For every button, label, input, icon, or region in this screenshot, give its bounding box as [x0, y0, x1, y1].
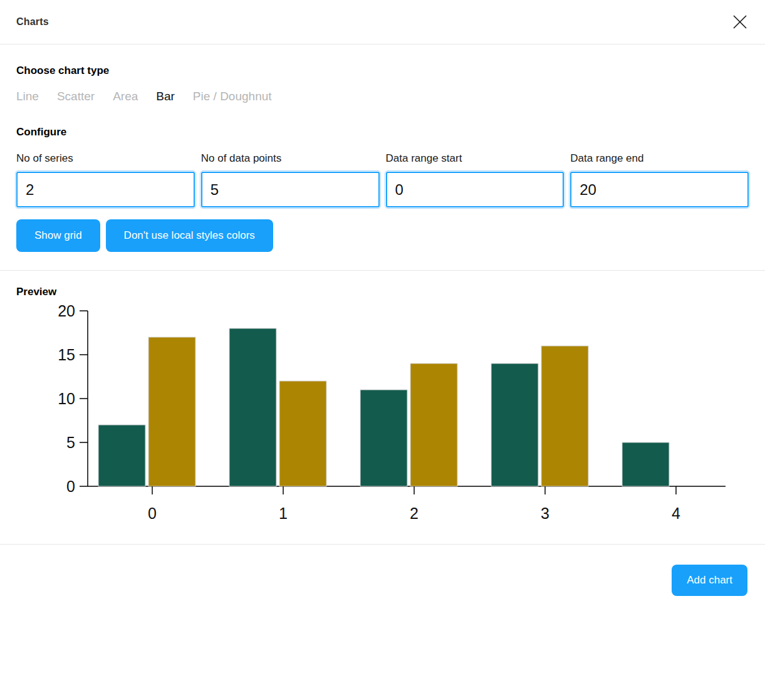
show-grid-button[interactable]: Show grid: [16, 219, 100, 252]
chart-type-area[interactable]: Area: [113, 90, 138, 103]
field-label: No of series: [16, 152, 195, 165]
bar-series-2: [541, 346, 588, 486]
x-tick-label: 0: [148, 504, 157, 522]
no-of-data-points-input[interactable]: [201, 172, 380, 207]
data-range-start-input[interactable]: [386, 172, 565, 207]
dialog-footer: Add chart: [0, 545, 765, 596]
chart-type-scatter[interactable]: Scatter: [57, 90, 95, 103]
x-tick-label: 1: [279, 504, 288, 522]
bar-series-1: [98, 425, 145, 486]
chart-type-heading: Choose chart type: [16, 65, 749, 77]
chart-type-line[interactable]: Line: [16, 90, 39, 103]
configure-buttons: Show grid Don't use local styles colors: [16, 219, 749, 270]
chart-type-pie-doughnut[interactable]: Pie / Doughnut: [193, 90, 272, 103]
y-tick-label: 10: [58, 390, 75, 407]
field-label: No of data points: [201, 152, 380, 165]
dialog-title: Charts: [16, 16, 49, 28]
y-tick-label: 0: [66, 478, 75, 495]
field-data-range-end: Data range end: [570, 152, 749, 207]
bar-series-2: [148, 337, 195, 486]
bar-series-2: [279, 381, 326, 486]
chart-type-bar[interactable]: Bar: [156, 90, 175, 103]
chart-type-section: Choose chart type Line Scatter Area Bar …: [0, 44, 765, 122]
bar-series-1: [229, 328, 276, 486]
field-data-range-start: Data range start: [386, 152, 565, 207]
bar-series-1: [360, 390, 407, 486]
y-tick-label: 5: [66, 434, 75, 451]
no-of-series-input[interactable]: [16, 172, 195, 207]
preview-heading: Preview: [16, 286, 765, 298]
chart-type-options: Line Scatter Area Bar Pie / Doughnut: [16, 90, 749, 103]
bar-series-2: [410, 363, 457, 486]
preview-chart-container: 0510152001234: [0, 298, 765, 544]
y-tick-label: 15: [58, 346, 75, 363]
x-tick-label: 4: [672, 504, 680, 522]
bar-series-1: [622, 442, 669, 486]
data-range-end-input[interactable]: [570, 172, 749, 207]
field-no-of-series: No of series: [16, 152, 195, 207]
preview-section: Preview 0510152001234: [0, 271, 765, 544]
close-icon: [732, 14, 747, 29]
configure-section: Configure No of series No of data points…: [0, 122, 765, 270]
field-label: Data range start: [386, 152, 565, 165]
field-label: Data range end: [570, 152, 749, 165]
y-tick-label: 20: [58, 302, 75, 320]
x-tick-label: 3: [541, 504, 549, 522]
dialog-header: Charts: [0, 0, 765, 44]
x-tick-label: 2: [410, 504, 419, 522]
close-button[interactable]: [731, 13, 749, 31]
field-no-of-data-points: No of data points: [201, 152, 380, 207]
preview-bar-chart: 0510152001234: [0, 298, 765, 544]
local-styles-colors-button[interactable]: Don't use local styles colors: [106, 219, 273, 252]
add-chart-button[interactable]: Add chart: [672, 565, 747, 596]
configure-heading: Configure: [16, 126, 749, 138]
configure-fields: No of series No of data points Data rang…: [16, 152, 749, 207]
bar-series-1: [491, 363, 538, 486]
